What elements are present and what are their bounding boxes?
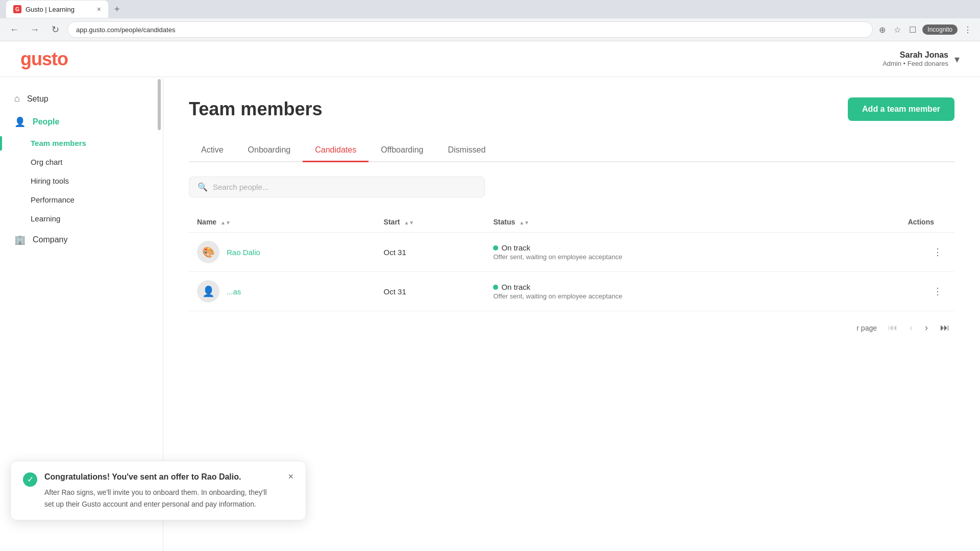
sidebar-scrollbar [158,79,161,130]
back-button[interactable]: ← [6,21,22,38]
sidebar-sub-item-learning[interactable]: Learning [0,209,163,228]
tabs-container: Active Onboarding Candidates Offboarding… [189,139,954,162]
add-team-member-button[interactable]: Add a team member [848,97,954,121]
tab-onboarding[interactable]: Onboarding [236,139,303,162]
gusto-logo[interactable]: gusto [20,48,68,70]
status-text: On track [501,283,530,291]
search-input-wrapper[interactable]: 🔍 [189,177,485,197]
tab-offboarding[interactable]: Offboarding [369,139,435,162]
table-row: 🎨 Rao Dalio Oct 31 On track Offer sent, … [189,233,954,272]
toast-notification: ✓ Congratulations! You've sent an offer … [10,461,306,520]
incognito-label: Incognito [927,26,952,33]
bookmark-button[interactable]: ☆ [892,23,903,37]
toast-title: Congratulations! You've sent an offer to… [44,471,275,483]
col-header-name[interactable]: Name ▲▼ [189,212,376,233]
search-container: 🔍 [189,177,954,197]
prev-page-button[interactable]: ‹ [904,319,918,336]
toast-message: After Rao signs, we'll invite you to onb… [44,487,275,510]
status-sub-text: Offer sent, waiting on employee acceptan… [493,292,818,300]
sidebar-sub-item-hiring-tools[interactable]: Hiring tools [0,171,163,190]
tab-candidates[interactable]: Candidates [303,139,369,162]
sidebar-label-setup: Setup [27,94,48,104]
status-cell: On track Offer sent, waiting on employee… [485,272,826,311]
status-sub-text: Offer sent, waiting on employee acceptan… [493,253,818,261]
sidebar-item-people[interactable]: 👤 People [0,110,163,134]
avatar: 👤 [197,280,219,303]
avatar: 🎨 [197,241,219,263]
actions-cell: ⋮ [826,272,954,311]
table-header: Name ▲▼ Start ▲▼ Status ▲▼ Actions [189,212,954,233]
start-date-cell: Oct 31 [376,272,485,311]
start-date-cell: Oct 31 [376,233,485,272]
tab-active[interactable]: Active [189,139,236,162]
tab-bar: G Gusto | Learning × + [0,0,980,18]
user-info: Sarah Jonas Admin • Feed donares [883,51,948,67]
row-actions-button[interactable]: ⋮ [929,284,946,299]
candidate-link[interactable]: ...as [227,287,241,296]
sidebar-sub-item-team-members[interactable]: Team members [0,134,163,153]
page-header: Team members Add a team member [189,97,954,121]
next-page-button[interactable]: › [920,319,933,336]
toast-check-icon: ✓ [23,472,37,487]
tab-favicon: G [13,5,21,13]
status-cell: On track Offer sent, waiting on employee… [485,233,826,272]
status-dot [493,245,498,251]
col-header-actions: Actions [826,212,954,233]
people-icon: 👤 [14,116,26,128]
extensions-button[interactable]: ⊕ [877,23,888,37]
start-sort-icon: ▲▼ [404,220,414,226]
toast-body: Congratulations! You've sent an offer to… [44,471,275,510]
search-input[interactable] [213,183,476,191]
candidate-name-cell: 👤 ...as [189,272,376,311]
col-header-status[interactable]: Status ▲▼ [485,212,826,233]
address-bar-row: ← → ↻ app.gusto.com/people/candidates ⊕ … [0,18,980,41]
toast-close-button[interactable]: × [288,471,293,482]
new-tab-button[interactable]: + [110,2,124,17]
col-header-start[interactable]: Start ▲▼ [376,212,485,233]
refresh-button[interactable]: ↻ [47,21,63,38]
per-page-text: r page [856,324,877,332]
tab-close-btn[interactable]: × [97,5,101,13]
chevron-down-icon: ▾ [954,53,960,65]
sidebar-label-org-chart: Org chart [31,158,63,166]
sidebar-sub-item-org-chart[interactable]: Org chart [0,153,163,171]
candidate-name-cell: 🎨 Rao Dalio [189,233,376,272]
device-button[interactable]: ☐ [907,23,918,37]
forward-button[interactable]: → [27,21,43,38]
address-bar[interactable]: app.gusto.com/people/candidates [67,21,873,38]
browser-tab[interactable]: G Gusto | Learning × [6,1,108,18]
pagination: r page ⏮ ‹ › ⏭ [189,311,954,344]
actions-cell: ⋮ [826,233,954,272]
tab-dismissed[interactable]: Dismissed [435,139,498,162]
sidebar-label-hiring-tools: Hiring tools [31,177,69,185]
sidebar-label-team-members: Team members [31,139,86,147]
last-page-button[interactable]: ⏭ [935,319,954,336]
status-text: On track [501,243,530,252]
sidebar-sub-item-performance[interactable]: Performance [0,190,163,209]
address-url: app.gusto.com/people/candidates [76,26,175,34]
sidebar-label-company: Company [33,235,67,244]
sidebar-label-learning: Learning [31,214,60,223]
home-icon: ⌂ [14,93,20,104]
page-title: Team members [189,98,322,120]
candidate-link[interactable]: Rao Dalio [227,248,260,257]
sidebar-item-company[interactable]: 🏢 Company [0,228,163,252]
user-role: Admin • Feed donares [883,60,948,67]
table-row: 👤 ...as Oct 31 On track Offer sent, wait… [189,272,954,311]
sidebar-item-setup[interactable]: ⌂ Setup [0,87,163,110]
name-sort-icon: ▲▼ [220,220,231,226]
sidebar-label-performance: Performance [31,195,75,204]
search-icon: 🔍 [198,182,208,192]
candidates-table: Name ▲▼ Start ▲▼ Status ▲▼ Actions [189,212,954,311]
sidebar-label-people: People [33,117,59,127]
browser-actions: ⊕ ☆ ☐ Incognito ⋮ [877,23,974,37]
browser-menu-button[interactable]: ⋮ [962,23,974,37]
status-dot [493,285,498,290]
status-sort-icon: ▲▼ [519,220,529,226]
company-icon: 🏢 [14,234,26,245]
header-user[interactable]: Sarah Jonas Admin • Feed donares ▾ [883,51,960,67]
first-page-button[interactable]: ⏮ [883,319,902,336]
browser-chrome: G Gusto | Learning × + ← → ↻ app.gusto.c… [0,0,980,41]
incognito-badge: Incognito [922,24,958,35]
row-actions-button[interactable]: ⋮ [929,244,946,260]
